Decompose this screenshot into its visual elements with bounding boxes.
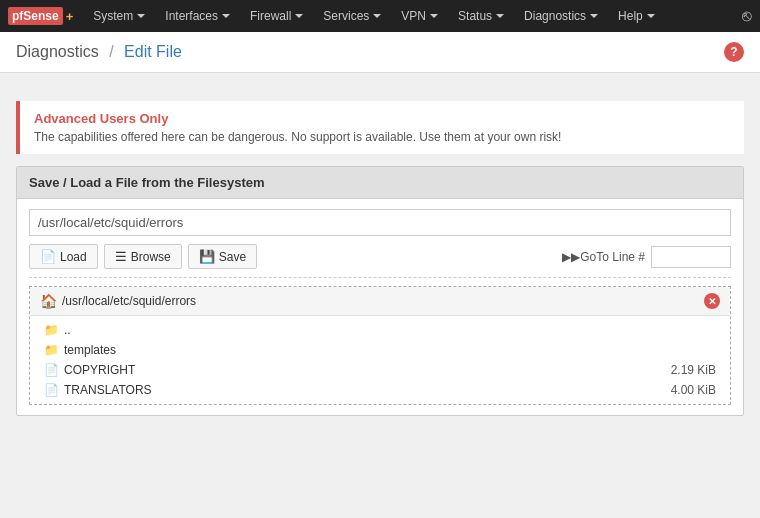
list-item[interactable]: 📁 .. <box>30 320 730 340</box>
file-icon: 📄 <box>44 383 59 397</box>
goto-input[interactable] <box>651 246 731 268</box>
file-browser-path-text: /usr/local/etc/squid/errors <box>62 294 196 308</box>
warning-title: Advanced Users Only <box>34 111 730 126</box>
goto-label: ▶▶GoTo Line # <box>562 250 645 264</box>
save-button[interactable]: 💾 Save <box>188 244 257 269</box>
logout-icon[interactable]: ⎋ <box>742 7 752 25</box>
browse-icon: ☰ <box>115 249 127 264</box>
file-browser-header: 🏠 /usr/local/etc/squid/errors ✕ <box>30 287 730 316</box>
nav-item-firewall[interactable]: Firewall <box>240 0 313 32</box>
file-item-name: COPYRIGHT <box>64 363 671 377</box>
file-browser-path: 🏠 /usr/local/etc/squid/errors <box>40 293 196 309</box>
home-icon: 🏠 <box>40 293 57 309</box>
chevron-down-icon <box>496 14 504 18</box>
warning-box: Advanced Users Only The capabilities off… <box>16 101 744 154</box>
breadcrumb-current[interactable]: Edit File <box>124 43 182 60</box>
brand: pfSense + <box>8 7 73 25</box>
load-button[interactable]: 📄 Load <box>29 244 98 269</box>
breadcrumb-parent: Diagnostics <box>16 43 99 60</box>
nav-item-vpn[interactable]: VPN <box>391 0 448 32</box>
help-icon[interactable]: ? <box>724 42 744 62</box>
file-browser-close-button[interactable]: ✕ <box>704 293 720 309</box>
nav-item-system[interactable]: System <box>83 0 155 32</box>
toolbar: 📄 Load ☰ Browse 💾 Save ▶▶GoTo Line # <box>29 244 731 278</box>
panel-body: 📄 Load ☰ Browse 💾 Save ▶▶GoTo Line # <box>17 199 743 415</box>
page-content: Advanced Users Only The capabilities off… <box>0 73 760 444</box>
panel-title: Save / Load a File from the Filesystem <box>17 167 743 199</box>
list-item[interactable]: 📄 TRANSLATORS 4.00 KiB <box>30 380 730 400</box>
list-item[interactable]: 📁 templates <box>30 340 730 360</box>
parent-dir-icon: 📁 <box>44 323 59 337</box>
chevron-down-icon <box>647 14 655 18</box>
warning-text: The capabilities offered here can be dan… <box>34 130 730 144</box>
navbar: pfSense + System Interfaces Firewall Ser… <box>0 0 760 32</box>
nav-item-help[interactable]: Help <box>608 0 665 32</box>
nav-item-diagnostics[interactable]: Diagnostics <box>514 0 608 32</box>
file-list: 📁 .. 📁 templates 📄 COPYRIGHT 2.19 KiB <box>30 316 730 404</box>
chevron-down-icon <box>222 14 230 18</box>
file-item-name: templates <box>64 343 716 357</box>
chevron-down-icon <box>373 14 381 18</box>
pfsense-logo: pfSense <box>8 7 63 25</box>
list-item[interactable]: 📄 COPYRIGHT 2.19 KiB <box>30 360 730 380</box>
chevron-down-icon <box>430 14 438 18</box>
nav-menu: System Interfaces Firewall Services VPN … <box>83 0 742 32</box>
file-icon: 📄 <box>44 363 59 377</box>
file-item-size: 4.00 KiB <box>671 383 716 397</box>
breadcrumb: Diagnostics / Edit File <box>16 43 182 61</box>
save-icon: 💾 <box>199 249 215 264</box>
chevron-down-icon <box>590 14 598 18</box>
nav-item-interfaces[interactable]: Interfaces <box>155 0 240 32</box>
browse-button[interactable]: ☰ Browse <box>104 244 182 269</box>
file-browser: 🏠 /usr/local/etc/squid/errors ✕ 📁 .. 📁 t… <box>29 286 731 405</box>
filesystem-panel: Save / Load a File from the Filesystem 📄… <box>16 166 744 416</box>
chevron-down-icon <box>137 14 145 18</box>
file-item-size: 2.19 KiB <box>671 363 716 377</box>
load-icon: 📄 <box>40 249 56 264</box>
file-item-name: .. <box>64 323 716 337</box>
breadcrumb-separator: / <box>109 43 113 60</box>
navbar-plus: + <box>66 9 74 24</box>
nav-item-status[interactable]: Status <box>448 0 514 32</box>
breadcrumb-bar: Diagnostics / Edit File ? <box>0 32 760 73</box>
filepath-input[interactable] <box>29 209 731 236</box>
folder-icon: 📁 <box>44 343 59 357</box>
goto-section: ▶▶GoTo Line # <box>562 246 731 268</box>
file-item-name: TRANSLATORS <box>64 383 671 397</box>
chevron-down-icon <box>295 14 303 18</box>
nav-item-services[interactable]: Services <box>313 0 391 32</box>
